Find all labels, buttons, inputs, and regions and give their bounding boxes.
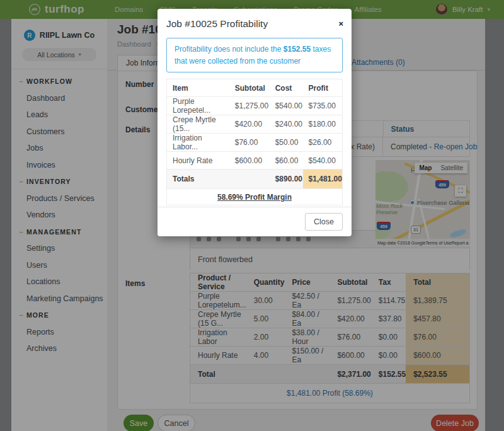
totals-label: Totals <box>167 170 229 189</box>
close-icon[interactable]: × <box>338 20 343 28</box>
profit-header-row: Item Subtotal Cost Profit <box>167 79 343 97</box>
totals-profit: $1,481.00 <box>303 170 343 189</box>
profitability-modal: Job #10025 Profitability × Profitability… <box>158 9 352 236</box>
modal-footer: Close <box>158 207 352 236</box>
close-button[interactable]: Close <box>305 213 343 231</box>
table-row: Irrigation Labor...$76.00 $50.00$26.00 <box>167 134 343 152</box>
col-profit: Profit <box>303 79 343 97</box>
profitability-table: Item Subtotal Cost Profit Purple Lorepet… <box>166 79 343 205</box>
profitability-alert: Profitability does not include the $152.… <box>166 38 343 72</box>
table-row: Purple Lorepetel...$1,275.00 $540.00$735… <box>167 97 343 115</box>
profit-totals-row: Totals $890.00 $1,481.00 <box>167 170 343 189</box>
profit-margin-link[interactable]: 58.69% Profit Margin <box>217 193 292 202</box>
col-cost: Cost <box>270 79 303 97</box>
col-item: Item <box>167 79 229 97</box>
totals-cost: $890.00 <box>270 170 303 189</box>
table-row: Crepe Myrtle (15...$420.00 $240.00$180.0… <box>167 115 343 134</box>
profit-margin-row: 58.69% Profit Margin <box>167 189 343 205</box>
alert-tax-amount: $152.55 <box>284 45 311 54</box>
app: turfhop Domains CMS Tenants Subscription… <box>0 0 504 431</box>
col-subtotal: Subtotal <box>229 79 270 97</box>
modal-title: Job #10025 Profitability <box>158 9 352 32</box>
table-row: Hourly Rate$600.00 $60.00$540.00 <box>167 152 343 170</box>
